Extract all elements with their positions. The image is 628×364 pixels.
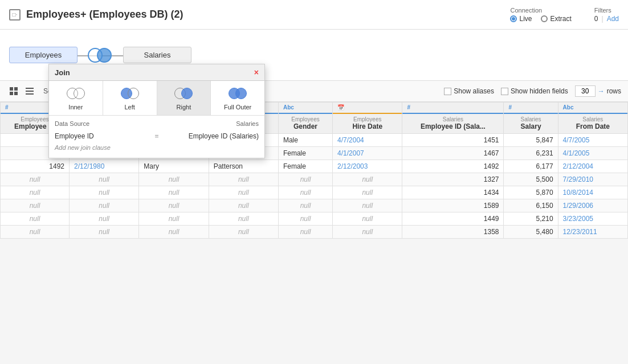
table-cell: 1492 bbox=[1, 160, 70, 173]
table-cell: Male bbox=[278, 134, 332, 147]
inner-venn bbox=[67, 88, 85, 99]
table-cell: Mary bbox=[139, 160, 209, 173]
table-cell: 1589 bbox=[402, 199, 504, 212]
type-icon-6: # bbox=[407, 104, 410, 111]
svg-rect-2 bbox=[10, 92, 13, 95]
radio-live-circle bbox=[510, 15, 517, 22]
table-cell: null bbox=[139, 212, 209, 226]
col-name-8: From Date bbox=[563, 122, 623, 130]
filter-divider: | bbox=[602, 15, 603, 23]
table-cell: null bbox=[209, 226, 278, 239]
show-hidden-control: Show hidden fields bbox=[501, 87, 568, 95]
filters-label: Filters bbox=[594, 7, 611, 14]
table-cell: 7/29/2010 bbox=[558, 173, 627, 186]
table-row: nullnullnullnullnullnull13275,5007/29/20… bbox=[1, 173, 628, 186]
clause-col-salaries: Salaries bbox=[157, 120, 259, 127]
table-cell: null bbox=[1, 173, 70, 186]
radio-live[interactable]: Live bbox=[510, 15, 532, 23]
left-venn bbox=[121, 88, 139, 99]
table-cell: null bbox=[278, 186, 332, 199]
table-employees[interactable]: Employees bbox=[9, 47, 78, 63]
col-name-6: Employee ID (Sala... bbox=[407, 122, 499, 130]
show-hidden-checkbox[interactable] bbox=[501, 88, 508, 95]
list-view-button[interactable] bbox=[23, 84, 36, 98]
col-header-from-date: Abc Salaries From Date bbox=[558, 103, 627, 134]
svg-rect-6 bbox=[26, 93, 34, 95]
header: □· Employees+ (Employees DB) (2) Connect… bbox=[0, 0, 628, 30]
type-icon-5: 📅 bbox=[337, 104, 344, 111]
table-cell: 1/29/2006 bbox=[558, 199, 627, 212]
table-cell: 2/12/2004 bbox=[558, 160, 627, 173]
clause-col-datasource: Data Source bbox=[55, 120, 157, 127]
dialog-close-button[interactable]: × bbox=[254, 68, 259, 77]
type-icon-4: Abc bbox=[283, 104, 294, 111]
join-type-right[interactable]: Right bbox=[157, 81, 211, 115]
clause-right-field: Employee ID (Salaries) bbox=[167, 132, 259, 140]
table-cell: 4/1/2005 bbox=[558, 147, 627, 160]
dialog-title: Join bbox=[55, 68, 70, 77]
join-type-left[interactable]: Left bbox=[103, 81, 157, 115]
table-cell: null bbox=[70, 199, 139, 212]
table-cell: 5,847 bbox=[504, 134, 558, 147]
connection-label: Connection bbox=[510, 7, 542, 14]
grid-view-button[interactable] bbox=[7, 84, 21, 98]
type-icon-7: # bbox=[508, 104, 512, 111]
main-content: Employees Salaries Join × bbox=[0, 30, 628, 364]
table-cell: 1358 bbox=[402, 226, 504, 239]
svg-rect-1 bbox=[14, 87, 18, 91]
table-cell: 1451 bbox=[402, 134, 504, 147]
table-cell: null bbox=[333, 199, 402, 212]
table-cell: Patterson bbox=[209, 160, 278, 173]
type-icon-0: # bbox=[5, 104, 9, 111]
filters-add-link[interactable]: Add bbox=[607, 15, 619, 23]
connection-section: Connection Live Extract bbox=[510, 7, 571, 23]
left-join-icon bbox=[119, 85, 141, 101]
table-cell: null bbox=[1, 186, 70, 199]
table-cell: 1449 bbox=[402, 212, 504, 226]
full-outer-label: Full Outer bbox=[224, 104, 251, 111]
show-aliases-checkbox[interactable] bbox=[444, 88, 451, 95]
outer-right bbox=[235, 88, 247, 99]
inner-right bbox=[74, 88, 85, 99]
show-hidden-label: Show hidden fields bbox=[511, 87, 568, 95]
table-cell: 5,500 bbox=[504, 173, 558, 186]
table-cell: 3/23/2005 bbox=[558, 212, 627, 226]
tables-strip: Employees Salaries bbox=[9, 47, 191, 63]
col-header-emp-id-salaries: # Salaries Employee ID (Sala... bbox=[402, 103, 504, 134]
join-venn-button[interactable] bbox=[88, 48, 112, 63]
join-types-row: Inner Left bbox=[49, 81, 264, 116]
right-fill bbox=[181, 88, 193, 99]
rows-input[interactable] bbox=[575, 85, 596, 97]
svg-rect-3 bbox=[14, 92, 18, 95]
radio-extract[interactable]: Extract bbox=[541, 15, 571, 23]
col-name-5: Hire Date bbox=[337, 122, 397, 130]
svg-rect-0 bbox=[10, 87, 13, 91]
table-cell: 4/1/2007 bbox=[333, 147, 402, 160]
inner-join-icon bbox=[64, 85, 87, 101]
col-source-8: Salaries bbox=[563, 116, 623, 122]
clause-left-field: Employee ID bbox=[55, 132, 146, 140]
right-label: Right bbox=[177, 104, 191, 111]
join-type-inner[interactable]: Inner bbox=[49, 81, 103, 115]
rows-arrow-icon[interactable]: → bbox=[598, 87, 605, 95]
radio-extract-circle bbox=[541, 15, 548, 22]
table-cell: null bbox=[209, 212, 278, 226]
table-row: nullnullnullnullnullnull13585,48012/23/2… bbox=[1, 226, 628, 239]
add-clause-button[interactable]: Add new join clause bbox=[55, 142, 259, 153]
clause-operator: = bbox=[151, 132, 162, 140]
col-header-gender: Abc Employees Gender bbox=[278, 103, 332, 134]
table-cell: null bbox=[139, 199, 209, 212]
table-salaries[interactable]: Salaries bbox=[123, 47, 191, 63]
table-cell: null bbox=[278, 226, 332, 239]
table-cell: null bbox=[1, 199, 70, 212]
filters-count: 0 bbox=[594, 15, 598, 23]
table-cell: 1467 bbox=[402, 147, 504, 160]
join-type-full-outer[interactable]: Full Outer bbox=[211, 81, 264, 115]
table-cell: null bbox=[209, 199, 278, 212]
table-cell: null bbox=[1, 226, 70, 239]
col-header-hire-date: 📅 Employees Hire Date bbox=[333, 103, 402, 134]
table-cell: 4/7/2004 bbox=[333, 134, 402, 147]
col-header-salary: # Salaries Salary bbox=[504, 103, 558, 134]
table-cell: 2/12/1980 bbox=[70, 160, 139, 173]
col-name-4: Gender bbox=[283, 122, 328, 130]
